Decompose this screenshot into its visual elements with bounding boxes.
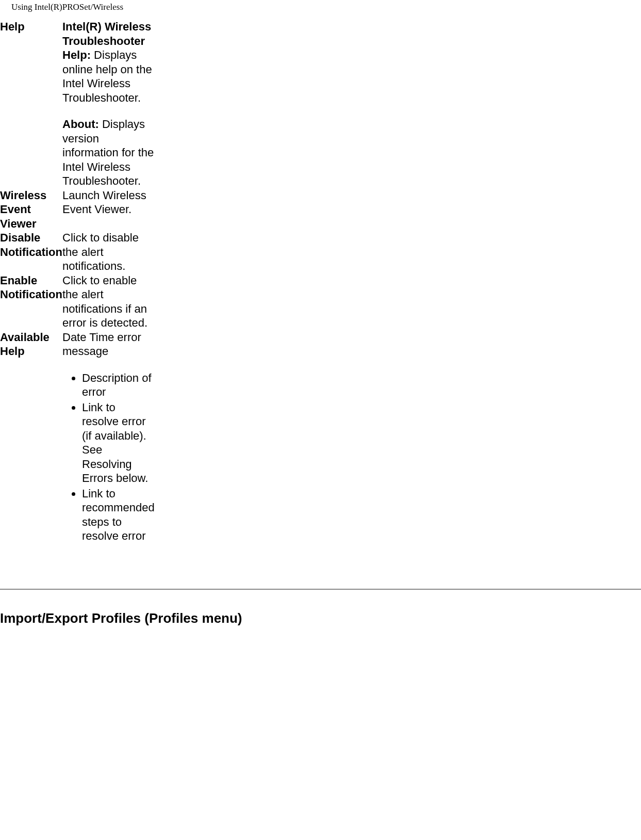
divider — [0, 589, 641, 590]
table-row: Help Intel(R) Wireless Troubleshooter He… — [0, 20, 155, 188]
list-item: Link to resolve error (if available). Se… — [82, 400, 155, 486]
desc-wev: Launch Wireless Event Viewer. — [62, 188, 155, 231]
table-row: Disable Notification Click to disable th… — [0, 231, 155, 273]
desc-disable: Click to disable the alert notifications… — [62, 231, 155, 273]
section-heading: Import/Export Profiles (Profiles menu) — [0, 610, 641, 626]
table-row: Enable Notification Click to enable the … — [0, 273, 155, 330]
table-row: Wireless Event Viewer Launch Wireless Ev… — [0, 188, 155, 231]
help-para-2: About: Displays version information for … — [62, 117, 155, 188]
list-item: Link to recommended steps to resolve err… — [82, 487, 155, 543]
desc-avail: Date Time error message Description of e… — [62, 330, 155, 544]
term-enable: Enable Notification — [0, 273, 62, 330]
help-bold-2: About: — [62, 118, 99, 131]
definitions-table: Help Intel(R) Wireless Troubleshooter He… — [0, 20, 155, 544]
desc-help: Intel(R) Wireless Troubleshooter Help: D… — [62, 20, 155, 188]
avail-list: Description of error Link to resolve err… — [62, 371, 155, 543]
term-avail: Available Help — [0, 330, 62, 544]
content-area: Help Intel(R) Wireless Troubleshooter He… — [0, 20, 641, 626]
term-help: Help — [0, 20, 62, 188]
desc-enable: Click to enable the alert notifications … — [62, 273, 155, 330]
term-disable: Disable Notification — [0, 231, 62, 273]
term-wev: Wireless Event Viewer — [0, 188, 62, 231]
avail-intro: Date Time error message — [62, 331, 141, 358]
table-row: Available Help Date Time error message D… — [0, 330, 155, 544]
help-para-1: Intel(R) Wireless Troubleshooter Help: D… — [62, 20, 155, 105]
page-header: Using Intel(R)PROSet/Wireless — [0, 0, 641, 20]
list-item: Description of error — [82, 371, 155, 399]
